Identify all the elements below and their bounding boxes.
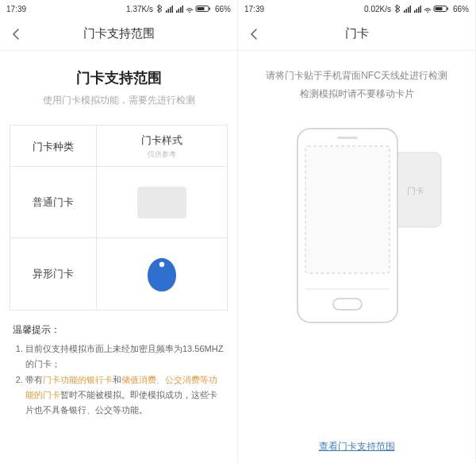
th-style-sub: 仅供参考 bbox=[148, 149, 176, 160]
keyfob-card-icon bbox=[144, 255, 179, 293]
tips-item: 带有门卡功能的银行卡和储值消费、公交消费等功能的门卡暂时不能被模拟。即使模拟成功… bbox=[25, 372, 225, 417]
svg-rect-4 bbox=[176, 10, 178, 13]
status-speed: 0.02K/s bbox=[364, 5, 391, 14]
nav-title: 门卡 bbox=[238, 26, 475, 41]
svg-rect-0 bbox=[166, 10, 167, 13]
status-bar: 17:39 0.02K/s 66% bbox=[238, 0, 475, 17]
content-area: 门卡支持范围 使用门卡模拟功能，需要先进行检测 门卡种类 门卡样式 仅供参考 普… bbox=[0, 51, 237, 463]
svg-rect-16 bbox=[409, 6, 411, 13]
row-sample bbox=[97, 238, 227, 310]
back-button[interactable] bbox=[0, 17, 33, 51]
svg-rect-10 bbox=[209, 8, 210, 10]
status-right: 0.02K/s 66% bbox=[364, 4, 469, 14]
page-subheading: 使用门卡模拟功能，需要先进行检测 bbox=[0, 94, 237, 107]
status-right: 1.37K/s 66% bbox=[126, 4, 231, 14]
chevron-left-icon bbox=[10, 28, 23, 41]
svg-rect-2 bbox=[170, 7, 171, 13]
svg-rect-1 bbox=[167, 9, 169, 13]
instruction-line: 检测模拟时请不要移动卡片 bbox=[238, 85, 475, 103]
svg-rect-11 bbox=[197, 7, 204, 10]
svg-point-21 bbox=[427, 12, 428, 14]
th-type: 门卡种类 bbox=[10, 125, 97, 166]
row-label: 异形门卡 bbox=[10, 238, 97, 310]
status-time: 17:39 bbox=[244, 5, 264, 14]
row-sample bbox=[97, 167, 227, 237]
chevron-left-icon bbox=[248, 28, 261, 41]
svg-rect-28 bbox=[305, 146, 390, 273]
instruction-line: 请将门卡贴于手机背面NFC天线处进行检测 bbox=[238, 67, 475, 85]
phone-illustration: 门卡 bbox=[238, 122, 475, 329]
status-speed: 1.37K/s bbox=[126, 5, 153, 14]
screen-card-detect: 17:39 0.02K/s 66% 门卡 请将门卡贴于手机背面NFC天线处进行检… bbox=[238, 0, 476, 463]
nav-bar: 门卡支持范围 bbox=[0, 17, 237, 51]
svg-rect-7 bbox=[182, 6, 183, 13]
svg-rect-15 bbox=[408, 7, 409, 13]
svg-point-8 bbox=[189, 12, 190, 14]
th-style: 门卡样式 仅供参考 bbox=[97, 125, 227, 166]
tips-title: 温馨提示： bbox=[13, 323, 225, 337]
table-row: 异形门卡 bbox=[10, 238, 227, 310]
svg-rect-20 bbox=[420, 6, 421, 13]
card-label: 门卡 bbox=[407, 186, 424, 195]
status-battery: 66% bbox=[215, 5, 231, 14]
svg-rect-19 bbox=[418, 7, 420, 13]
status-time: 17:39 bbox=[6, 5, 26, 14]
tips-section: 温馨提示： 目前仅支持模拟市面上未经加密且频率为13.56MHZ的门卡； 带有门… bbox=[0, 311, 237, 417]
content-area: 请将门卡贴于手机背面NFC天线处进行检测 检测模拟时请不要移动卡片 门卡 bbox=[238, 51, 475, 463]
card-table: 门卡种类 门卡样式 仅供参考 普通门卡 异形门卡 bbox=[10, 125, 228, 311]
svg-rect-27 bbox=[337, 137, 358, 139]
svg-rect-6 bbox=[180, 7, 182, 13]
svg-rect-18 bbox=[416, 9, 417, 13]
screen-card-range: 17:39 1.37K/s 66% bbox=[0, 0, 238, 463]
th-style-label: 门卡样式 bbox=[141, 133, 182, 148]
svg-rect-24 bbox=[435, 7, 442, 10]
status-icons bbox=[156, 4, 212, 14]
svg-point-12 bbox=[159, 262, 164, 267]
bottom-link-area: 查看门卡支持范围 bbox=[238, 440, 475, 453]
svg-rect-3 bbox=[171, 6, 173, 13]
normal-card-icon bbox=[137, 187, 186, 218]
highlight-text: 门卡功能的银行卡 bbox=[43, 375, 113, 384]
table-header: 门卡种类 门卡样式 仅供参考 bbox=[10, 125, 227, 167]
svg-rect-23 bbox=[447, 8, 448, 10]
svg-rect-5 bbox=[178, 9, 179, 13]
page-heading: 门卡支持范围 bbox=[0, 68, 237, 87]
tips-item: 目前仅支持模拟市面上未经加密且频率为13.56MHZ的门卡； bbox=[25, 341, 225, 371]
svg-rect-13 bbox=[404, 10, 405, 13]
status-battery: 66% bbox=[453, 5, 469, 14]
nav-bar: 门卡 bbox=[238, 17, 475, 51]
svg-rect-14 bbox=[405, 9, 407, 13]
svg-rect-17 bbox=[414, 10, 416, 13]
status-icons bbox=[394, 4, 450, 14]
nav-title: 门卡支持范围 bbox=[0, 26, 237, 41]
table-row: 普通门卡 bbox=[10, 167, 227, 238]
status-bar: 17:39 1.37K/s 66% bbox=[0, 0, 237, 17]
row-label: 普通门卡 bbox=[10, 167, 97, 237]
instruction-text: 请将门卡贴于手机背面NFC天线处进行检测 检测模拟时请不要移动卡片 bbox=[238, 67, 475, 103]
view-range-link[interactable]: 查看门卡支持范围 bbox=[319, 441, 395, 452]
back-button[interactable] bbox=[238, 17, 271, 51]
